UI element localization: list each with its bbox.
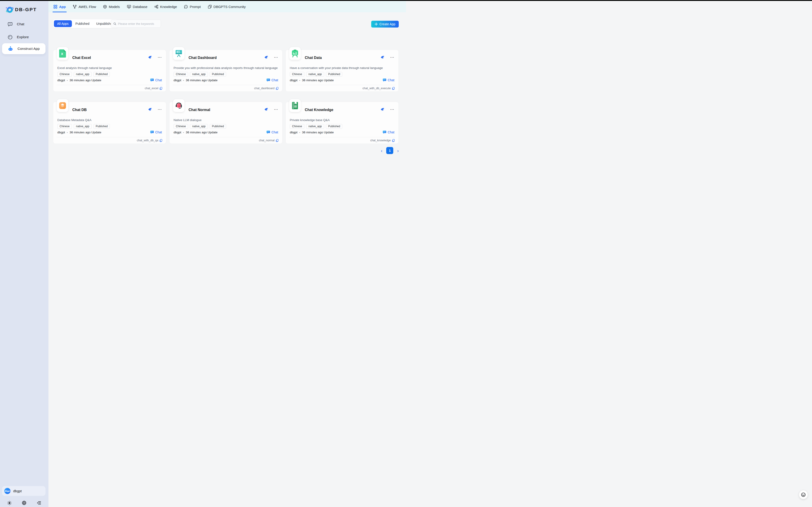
copy-icon[interactable] [160, 87, 163, 90]
tab-app[interactable]: App [53, 1, 66, 12]
tab-label: DBGPTS Community [213, 5, 246, 9]
app-title: Chat Normal [189, 108, 210, 112]
chat-link[interactable]: Chat [383, 78, 394, 82]
app-card-chat-knowledge[interactable]: Chat Knowledge ⋯ Private knowledge base … [286, 102, 399, 144]
tag: native_app [74, 72, 92, 77]
tab-database[interactable]: SQL Database [126, 1, 148, 12]
tag: Chinese [57, 124, 72, 129]
tab-awel-flow[interactable]: AWEL Flow [72, 1, 97, 12]
top-navbar: App AWEL Flow Models SQL Database [49, 1, 406, 12]
filter-all-apps[interactable]: All Apps [54, 20, 72, 27]
tag: Published [210, 72, 226, 77]
page-number-1[interactable]: 1 [386, 147, 393, 154]
card-footer: chat_dashboard [254, 87, 278, 90]
chat-link[interactable]: Chat [266, 78, 278, 82]
tab-label: Prompt [190, 5, 201, 9]
search-input[interactable] [118, 22, 158, 25]
app-card-chat-excel[interactable]: X Chat Excel ⋯ Excel analysis through na… [53, 50, 166, 92]
card-meta: dbgpt • 36 minutes ago Update [174, 131, 217, 134]
more-menu-icon[interactable]: ⋯ [390, 56, 394, 58]
app-card-grid: X Chat Excel ⋯ Excel analysis through na… [53, 50, 402, 144]
tag: native_app [190, 124, 208, 129]
tab-label: AWEL Flow [78, 5, 96, 9]
sidebar-item-label: Construct App [17, 47, 40, 51]
tab-knowledge[interactable]: Knowledge [154, 1, 177, 12]
sidebar-item-chat[interactable]: Chat [0, 19, 49, 29]
copy-icon[interactable] [392, 139, 395, 142]
more-menu-icon[interactable]: ⋯ [274, 108, 278, 111]
dingtalk-share-icon[interactable] [148, 107, 152, 112]
chat-link-label: Chat [388, 130, 394, 134]
tab-prompt[interactable]: Prompt [184, 1, 201, 12]
chat-link-label: Chat [388, 78, 394, 82]
separator-dot: • [183, 79, 184, 82]
graph-nodes-icon [154, 5, 158, 9]
logo-text: DB-GPT [15, 7, 37, 12]
copy-icon[interactable] [276, 139, 278, 142]
tag-list: Chinese native_app Published [174, 72, 226, 77]
more-menu-icon[interactable]: ⋯ [274, 56, 278, 58]
tag: Published [93, 72, 110, 77]
card-meta: dbgpt • 36 minutes ago Update [57, 131, 101, 134]
chat-link-label: Chat [271, 130, 278, 134]
chat-link[interactable]: Chat [150, 78, 162, 82]
dbgpt-logo: DB-GPT [5, 5, 37, 14]
dingtalk-share-icon[interactable] [264, 107, 268, 112]
dingtalk-share-icon[interactable] [148, 55, 152, 59]
card-meta: dbgpt • 36 minutes ago Update [57, 78, 101, 82]
updated-time: 36 minutes ago Update [70, 78, 102, 82]
app-card-chat-normal[interactable]: Chat Normal ⋯ Native LLM dialogue Chines… [169, 102, 283, 144]
tag: Chinese [57, 72, 72, 77]
app-description: Database Metadata Q&A [57, 118, 163, 122]
tag: Published [210, 124, 226, 129]
tag-list: Chinese native_app Published [57, 72, 110, 77]
more-menu-icon[interactable]: ⋯ [390, 108, 394, 111]
tab-dbgpts-community[interactable]: DBGPTS Community [207, 1, 246, 12]
separator-dot: • [299, 79, 300, 82]
tab-label: Models [109, 5, 120, 9]
copy-icon[interactable] [392, 87, 395, 90]
chat-link[interactable]: Chat [266, 130, 278, 134]
chat-link[interactable]: Chat [383, 130, 394, 134]
next-page-icon[interactable]: › [397, 148, 399, 153]
app-code: chat_dashboard [254, 87, 274, 90]
app-card-chat-data[interactable]: Chat Data ⋯ Have a conversation with you… [286, 50, 399, 92]
chat-link[interactable]: Chat [150, 130, 162, 134]
sidebar-item-explore[interactable]: Explore [0, 32, 49, 42]
dingtalk-share-icon[interactable] [380, 55, 385, 59]
pagination: ‹ 1 › [381, 147, 399, 154]
updated-time: 36 minutes ago Update [70, 131, 102, 134]
owner: dbgpt [290, 78, 298, 82]
chat-link-label: Chat [155, 78, 162, 82]
chat-link-label: Chat [155, 130, 162, 134]
plus-icon [375, 22, 378, 26]
app-code: chat_knowledge [370, 139, 391, 142]
app-description: Native LLM dialogue [174, 118, 279, 122]
owner: dbgpt [174, 131, 181, 134]
dingtalk-share-icon[interactable] [264, 55, 268, 59]
create-app-button[interactable]: Create App [371, 21, 399, 27]
card-divider [56, 85, 163, 85]
app-title: Chat Knowledge [305, 108, 333, 112]
copy-icon[interactable] [160, 139, 163, 142]
tag: Chinese [290, 124, 304, 129]
app-card-chat-dashboard[interactable]: Chat Dashboard ⋯ Provide you with profes… [169, 50, 283, 92]
more-menu-icon[interactable]: ⋯ [158, 108, 162, 111]
app-code: chat_excel [145, 87, 158, 90]
card-meta: dbgpt • 36 minutes ago Update [290, 78, 334, 82]
app-title: Chat DB [72, 108, 87, 112]
excel-icon: X [59, 49, 66, 58]
sidebar-item-label: Chat [17, 22, 24, 26]
card-footer: chat_excel [145, 87, 163, 90]
tag: native_app [306, 72, 324, 77]
more-menu-icon[interactable]: ⋯ [158, 56, 162, 58]
app-card-chat-db[interactable]: Chat DB ⋯ Database Metadata Q&A Chinese … [53, 102, 166, 144]
filter-published[interactable]: Published [72, 20, 93, 27]
sidebar-item-construct-app[interactable]: Construct App [2, 43, 46, 54]
app-code: chat_with_db_qa [137, 139, 158, 142]
copy-icon[interactable] [276, 87, 278, 90]
owner: dbgpt [57, 131, 65, 134]
prev-page-icon[interactable]: ‹ [381, 148, 383, 153]
tab-models[interactable]: Models [103, 1, 120, 12]
dingtalk-share-icon[interactable] [380, 107, 385, 112]
